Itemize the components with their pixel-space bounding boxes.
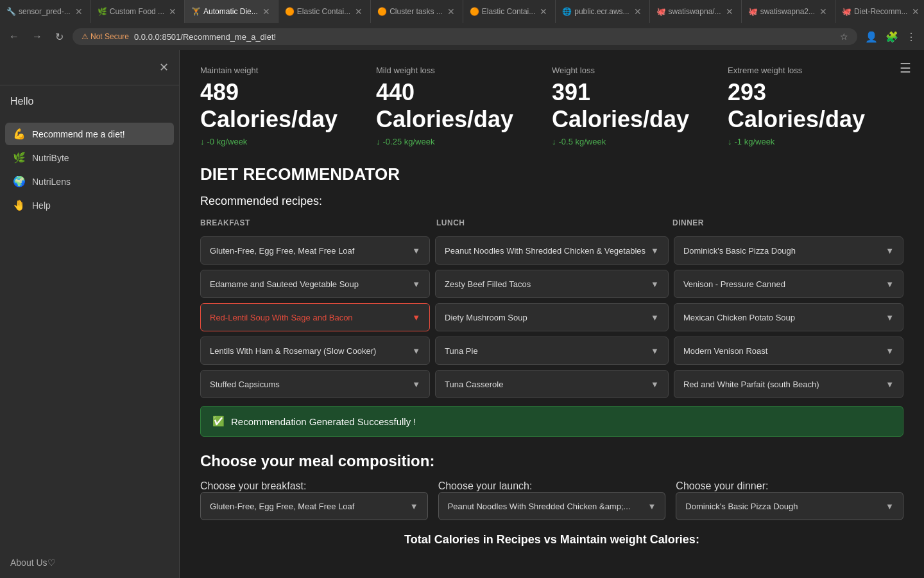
lunch-comp-select[interactable]: Peanut Noodles With Shredded Chicken &am…: [438, 492, 666, 520]
sidebar-item-nutribyte-label: NutriByte: [32, 153, 69, 163]
success-banner: ✅ Recommendation Generated Successfully …: [200, 406, 903, 437]
settings-button[interactable]: ⋮: [903, 28, 919, 46]
tab-bar: 🔧 sensor_pred-... ✕ 🌿 Custom Food ... ✕ …: [0, 0, 924, 23]
lunch-comp-value: Peanut Noodles With Shredded Chicken &am…: [448, 502, 648, 511]
security-indicator: ⚠ Not Secure: [81, 32, 129, 41]
forward-button[interactable]: →: [28, 28, 46, 45]
dinner-3-label: Mexican Chicken Potato Soup: [683, 313, 880, 322]
stat-maintain-label: Maintain weight: [200, 66, 361, 75]
stat-extreme-weight-val: ↓ -1 kg/week: [728, 137, 888, 146]
recipes-subtitle: Recommended recipes:: [200, 195, 903, 208]
lunch-1-label: Peanut Noodles With Shredded Chicken & V…: [445, 246, 646, 256]
tab-favicon: 🐙: [656, 7, 665, 16]
stat-maintain-value: 489 Calories/day: [200, 79, 361, 133]
tab-label: Elastic Contai...: [297, 7, 350, 16]
tab-github-1[interactable]: 🐙 swatiswapna/... ✕: [650, 0, 742, 23]
bookmark-icon[interactable]: ☆: [840, 31, 848, 42]
breakfast-5-label: Stuffed Capsicums: [210, 380, 407, 389]
dinner-comp-value: Dominick's Basic Pizza Dough: [685, 502, 886, 511]
breakfast-dropdown-3[interactable]: Red-Lentil Soup With Sage and Bacon ▼: [200, 303, 430, 331]
tab-close[interactable]: ✕: [633, 6, 643, 17]
meal-comp-title: Choose your meal composition:: [200, 452, 903, 470]
tab-github-2[interactable]: 🐙 swatiswapna2... ✕: [742, 0, 835, 23]
tab-close[interactable]: ✕: [167, 6, 178, 17]
recipes-grid: Gluten-Free, Egg Free, Meat Free Loaf ▼ …: [200, 236, 903, 398]
back-button[interactable]: ←: [5, 28, 23, 45]
stat-maintain-weight: Maintain weight 489 Calories/day ↓ -0 kg…: [200, 66, 376, 146]
lunch-dropdown-5[interactable]: Tuna Casserole ▼: [435, 370, 669, 398]
tab-diet-recomm[interactable]: 🐙 Diet-Recomm... ✕: [835, 0, 924, 23]
address-url[interactable]: 0.0.0.0:8501/Recommend_me_a_diet!: [134, 32, 835, 42]
breakfast-dropdown-1[interactable]: Gluten-Free, Egg Free, Meat Free Loaf ▼: [200, 236, 430, 265]
extensions-button[interactable]: 🧩: [883, 28, 901, 46]
sidebar: ✕ Hello 💪 Recommend me a diet! 🌿 NutriBy…: [0, 50, 180, 578]
meal-comp-lunch-col: Choose your launch: Peanut Noodles With …: [438, 480, 666, 520]
tab-close[interactable]: ✕: [261, 6, 271, 17]
sidebar-item-nutrilens[interactable]: 🌍 NutriLens: [5, 170, 174, 193]
sidebar-footer[interactable]: About Us♡: [0, 547, 179, 578]
chevron-down-icon: ▼: [412, 380, 420, 389]
sidebar-close-button[interactable]: ✕: [159, 60, 169, 74]
dinner-dropdown-4[interactable]: Modern Venison Roast ▼: [674, 337, 903, 365]
dinner-comp-select[interactable]: Dominick's Basic Pizza Dough ▼: [676, 492, 903, 520]
page-title: DIET RECOMMENDATOR: [200, 164, 903, 184]
chevron-down-icon: ▼: [651, 313, 659, 322]
sidebar-item-nutribyte[interactable]: 🌿 NutriByte: [5, 146, 174, 169]
sidebar-item-recommend[interactable]: 💪 Recommend me a diet!: [5, 123, 174, 145]
tab-ecr[interactable]: 🌐 public.ecr.aws... ✕: [556, 0, 649, 23]
chevron-down-icon: ▼: [412, 246, 420, 256]
chevron-down-icon: ▼: [651, 246, 659, 256]
stat-extreme-value: 293 Calories/day: [728, 79, 888, 133]
lunch-dropdown-1[interactable]: Peanut Noodles With Shredded Chicken & V…: [435, 236, 669, 265]
lunch-dropdown-3[interactable]: Diety Mushroom Soup ▼: [435, 303, 669, 331]
arrow-down-icon: ↓: [728, 137, 732, 146]
tab-favicon: 🟠: [470, 7, 479, 16]
dinner-dropdown-3[interactable]: Mexican Chicken Potato Soup ▼: [674, 303, 903, 331]
reload-button[interactable]: ↻: [51, 28, 67, 46]
tab-close[interactable]: ✕: [354, 6, 364, 17]
main-content: ☰ Maintain weight 489 Calories/day ↓ -0 …: [180, 50, 924, 578]
dinner-dropdown-5[interactable]: Red and White Parfait (south Beach) ▼: [674, 370, 903, 398]
tab-favicon: 🌐: [562, 7, 571, 16]
tab-cluster[interactable]: 🟠 Cluster tasks ... ✕: [371, 0, 463, 23]
breakfast-dropdown-4[interactable]: Lentils With Ham & Rosemary (Slow Cooker…: [200, 337, 430, 365]
chevron-down-icon: ▼: [886, 246, 894, 256]
tab-close[interactable]: ✕: [911, 6, 921, 17]
tab-close[interactable]: ✕: [74, 6, 84, 17]
tab-favicon: 🏋: [191, 7, 200, 16]
lunch-comp-label: Choose your launch:: [438, 480, 533, 491]
dinner-dropdown-2[interactable]: Venison - Pressure Canned ▼: [674, 270, 903, 298]
tab-close[interactable]: ✕: [818, 6, 828, 17]
breakfast-dropdown-5[interactable]: Stuffed Capsicums ▼: [200, 370, 430, 398]
chevron-down-icon: ▼: [410, 502, 418, 511]
lunch-dropdown-2[interactable]: Zesty Beef Filled Tacos ▼: [435, 270, 669, 298]
sidebar-header: ✕: [0, 50, 179, 85]
tab-elastic-1[interactable]: 🟠 Elastic Contai... ✕: [278, 0, 371, 23]
breakfast-dropdown-2[interactable]: Edamame and Sauteed Vegetable Soup ▼: [200, 270, 430, 298]
tab-sensor-pred[interactable]: 🔧 sensor_pred-... ✕: [0, 0, 91, 23]
lunch-3-label: Diety Mushroom Soup: [445, 313, 646, 322]
profile-button[interactable]: 👤: [862, 28, 880, 46]
tab-close[interactable]: ✕: [446, 6, 456, 17]
arrow-down-icon: ↓: [376, 137, 381, 146]
chevron-down-icon: ▼: [886, 279, 894, 289]
lunch-col-header: LUNCH: [436, 218, 667, 227]
tab-automatic-diet[interactable]: 🏋 Automatic Die... ✕: [185, 0, 278, 23]
hamburger-menu-button[interactable]: ☰: [900, 60, 911, 76]
tab-label: Diet-Recomm...: [854, 7, 907, 16]
tab-label: Automatic Die...: [203, 7, 258, 16]
tab-custom-food[interactable]: 🌿 Custom Food ... ✕: [91, 0, 185, 23]
tab-close[interactable]: ✕: [538, 6, 549, 17]
tab-label: sensor_pred-...: [19, 7, 71, 16]
success-icon: ✅: [212, 416, 225, 427]
tab-elastic-2[interactable]: 🟠 Elastic Contai... ✕: [463, 0, 556, 23]
tab-close[interactable]: ✕: [724, 6, 735, 17]
sidebar-item-help[interactable]: 🤚 Help: [5, 194, 174, 216]
breakfast-comp-select[interactable]: Gluten-Free, Egg Free, Meat Free Loaf ▼: [200, 492, 428, 520]
dinner-col: Dominick's Basic Pizza Dough ▼ Venison -…: [674, 236, 903, 398]
stat-mild-label: Mild weight loss: [376, 66, 536, 75]
lunch-dropdown-4[interactable]: Tuna Pie ▼: [435, 337, 669, 365]
dinner-4-label: Modern Venison Roast: [683, 346, 880, 356]
dinner-dropdown-1[interactable]: Dominick's Basic Pizza Dough ▼: [674, 236, 903, 265]
stat-loss-weight-val: ↓ -0.5 kg/week: [552, 137, 712, 146]
